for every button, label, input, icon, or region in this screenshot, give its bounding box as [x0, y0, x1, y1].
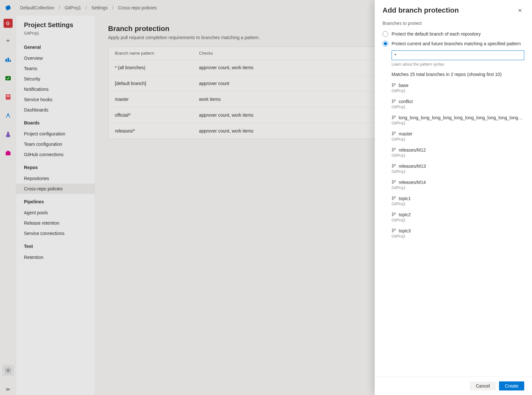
svg-point-31	[394, 180, 396, 182]
svg-point-34	[394, 197, 396, 198]
svg-point-14	[392, 100, 393, 101]
svg-point-23	[392, 148, 393, 149]
branch-repo: GitProj1	[392, 202, 524, 206]
branch-pattern-input[interactable]	[392, 50, 524, 60]
svg-point-29	[392, 180, 393, 182]
branch-icon	[392, 228, 396, 233]
branch-name: releases/M14	[399, 180, 426, 185]
radio-icon	[382, 41, 388, 47]
svg-point-26	[392, 164, 393, 165]
branch-match-item[interactable]: topic3GitProj1	[392, 226, 524, 242]
svg-point-16	[394, 100, 396, 101]
svg-point-18	[392, 118, 393, 119]
svg-point-36	[392, 215, 393, 216]
radio-label: Protect the default branch of each repos…	[392, 31, 481, 37]
cancel-button[interactable]: Cancel	[470, 381, 496, 390]
svg-point-39	[392, 231, 393, 232]
branch-match-item[interactable]: baseGitProj1	[392, 80, 524, 96]
svg-point-38	[392, 229, 393, 230]
svg-point-20	[392, 132, 393, 133]
branch-name: topic2	[399, 212, 411, 217]
branch-match-item[interactable]: topic1GitProj1	[392, 193, 524, 209]
match-summary: Matches 25 total branches in 2 repos (sh…	[392, 72, 524, 77]
svg-point-15	[392, 102, 393, 103]
svg-point-27	[392, 166, 393, 168]
svg-point-30	[392, 183, 393, 184]
branch-icon	[392, 196, 396, 201]
svg-point-33	[392, 199, 393, 200]
pattern-syntax-help-link[interactable]: Learn about the pattern syntax	[392, 62, 524, 67]
branch-name: releases/M13	[399, 164, 426, 169]
svg-point-19	[394, 116, 396, 117]
branch-name: long_long_long_long_long_long_long_long_…	[399, 115, 524, 120]
svg-point-11	[392, 83, 393, 85]
branch-match-item[interactable]: releases/M13GitProj1	[392, 161, 524, 177]
branch-repo: GitProj1	[392, 153, 524, 158]
svg-point-37	[394, 213, 396, 214]
svg-point-28	[394, 164, 396, 165]
branch-match-item[interactable]: long_long_long_long_long_long_long_long_…	[392, 112, 524, 129]
close-icon[interactable]: ✕	[515, 6, 524, 15]
svg-point-32	[392, 197, 393, 198]
field-label-branches: Branches to protect	[382, 21, 524, 26]
branch-icon	[392, 164, 396, 169]
branch-repo: GitProj1	[392, 169, 524, 174]
svg-point-25	[394, 148, 396, 149]
branch-match-item[interactable]: releases/M14GitProj1	[392, 177, 524, 193]
branch-icon	[392, 131, 396, 136]
branch-icon	[392, 115, 396, 120]
radio-protect-pattern[interactable]: Protect current and future branches matc…	[382, 39, 524, 48]
svg-point-24	[392, 150, 393, 152]
svg-point-21	[392, 134, 393, 135]
branch-repo: GitProj1	[392, 137, 524, 142]
branch-match-item[interactable]: conflictGitProj1	[392, 96, 524, 112]
branch-name: base	[399, 83, 408, 88]
branch-repo: GitProj1	[392, 186, 524, 190]
svg-point-22	[394, 132, 396, 133]
branch-repo: GitProj1	[392, 218, 524, 222]
branch-match-item[interactable]: releases/M12GitProj1	[392, 145, 524, 161]
branch-repo: GitProj1	[392, 105, 524, 109]
branch-match-item[interactable]: topic2GitProj1	[392, 209, 524, 226]
branch-name: conflict	[399, 99, 413, 104]
svg-point-13	[394, 83, 396, 85]
branch-match-item[interactable]: masterGitProj1	[392, 129, 524, 145]
branch-name: releases/M12	[399, 147, 426, 153]
add-branch-protection-panel: Add branch protection ✕ Branches to prot…	[375, 0, 532, 395]
svg-point-35	[392, 213, 393, 214]
branch-name: master	[399, 131, 413, 136]
branch-icon	[392, 212, 396, 217]
branch-name: topic1	[399, 196, 411, 201]
branch-match-list: baseGitProj1conflictGitProj1long_long_lo…	[392, 80, 524, 242]
branch-repo: GitProj1	[392, 121, 524, 125]
svg-point-17	[392, 116, 393, 117]
branch-icon	[392, 147, 396, 153]
branch-icon	[392, 99, 396, 104]
panel-title: Add branch protection	[382, 6, 459, 15]
svg-point-12	[392, 86, 393, 87]
branch-icon	[392, 83, 396, 88]
radio-icon	[382, 31, 388, 37]
create-button[interactable]: Create	[499, 381, 524, 390]
branch-repo: GitProj1	[392, 89, 524, 93]
radio-protect-default[interactable]: Protect the default branch of each repos…	[382, 29, 524, 39]
branch-repo: GitProj1	[392, 234, 524, 239]
branch-icon	[392, 180, 396, 185]
radio-label: Protect current and future branches matc…	[392, 41, 521, 46]
svg-point-40	[394, 229, 396, 230]
branch-name: topic3	[399, 228, 411, 233]
